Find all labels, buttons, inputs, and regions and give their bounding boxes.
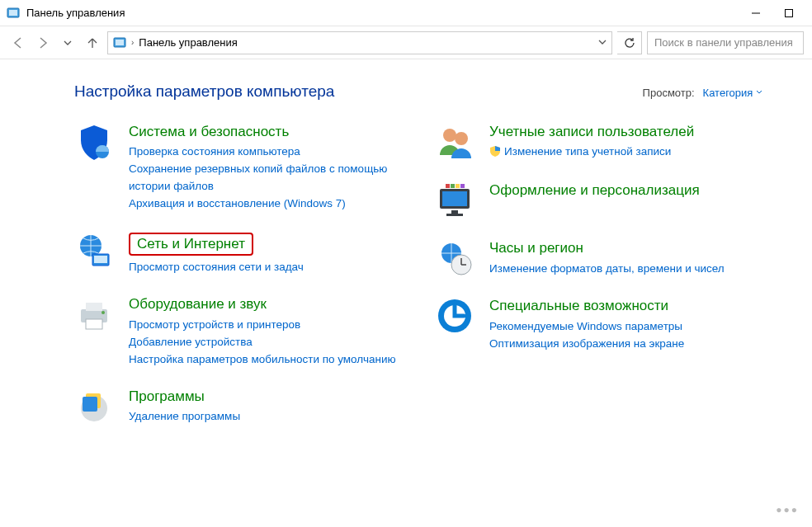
users-icon	[435, 122, 474, 162]
address-bar[interactable]: › Панель управления	[107, 31, 612, 54]
clock-globe-icon	[435, 238, 474, 278]
sublink[interactable]: Рекомендуемые Windows параметры	[489, 318, 684, 336]
printer-icon	[74, 294, 114, 334]
category-title[interactable]: Сеть и Интернет	[129, 233, 253, 256]
sublink[interactable]: Оптимизация изображения на экране	[489, 336, 684, 353]
globe-network-icon	[74, 231, 114, 271]
right-column: Учетные записи пользователей Изменение т…	[435, 122, 762, 445]
sublink[interactable]: Просмотр состояния сети и задач	[129, 259, 304, 276]
sublink[interactable]: Настройка параметров мобильности по умол…	[129, 351, 396, 369]
svg-rect-11	[86, 303, 102, 311]
category-title[interactable]: Специальные возможности	[489, 298, 684, 314]
category-title[interactable]: Оборудование и звук	[129, 296, 396, 313]
minimize-button[interactable]	[739, 2, 772, 25]
view-by-label: Просмотр:	[643, 87, 695, 99]
sublink[interactable]: Добавление устройства	[129, 334, 396, 351]
window-title: Панель управления	[26, 7, 125, 19]
category-clock-region: Часы и регион Изменение форматов даты, в…	[435, 238, 762, 278]
svg-point-13	[102, 311, 105, 314]
svg-rect-21	[442, 191, 467, 206]
shield-icon	[74, 122, 114, 162]
refresh-button[interactable]	[617, 31, 642, 54]
chevron-down-icon[interactable]	[598, 38, 607, 48]
svg-rect-24	[446, 184, 450, 188]
svg-rect-3	[786, 9, 793, 16]
sublink[interactable]: Изменение форматов даты, времени и чисел	[489, 261, 725, 278]
category-user-accounts: Учетные записи пользователей Изменение т…	[435, 122, 762, 162]
category-system-security: Система и безопасность Проверка состояни…	[74, 122, 402, 213]
category-hardware-sound: Оборудование и звук Просмотр устройств и…	[74, 294, 402, 368]
page-title: Настройка параметров компьютера	[74, 82, 334, 101]
view-by-dropdown[interactable]: Категория	[703, 87, 762, 99]
navbar: › Панель управления	[0, 26, 812, 59]
svg-rect-1	[9, 10, 17, 16]
svg-rect-12	[86, 319, 102, 329]
sublink[interactable]: Удаление программы	[129, 408, 240, 426]
breadcrumb-item[interactable]: Панель управления	[139, 36, 237, 49]
svg-rect-9	[94, 256, 107, 263]
category-title[interactable]: Система и безопасность	[129, 124, 402, 140]
category-ease-of-access: Специальные возможности Рекомендуемые Wi…	[435, 296, 762, 352]
category-network-internet: Сеть и Интернет Просмотр состояния сети …	[74, 231, 402, 276]
svg-rect-23	[446, 214, 463, 216]
category-programs: Программы Удаление программы	[74, 387, 402, 426]
recent-locations-button[interactable]	[58, 33, 78, 53]
svg-rect-27	[460, 184, 465, 188]
sublink[interactable]: Изменение типа учетной записи	[489, 144, 694, 162]
left-column: Система и безопасность Проверка состояни…	[74, 122, 402, 445]
sublink[interactable]: Проверка состояния компьютера	[129, 144, 402, 161]
control-panel-icon	[113, 36, 126, 49]
monitor-colors-icon	[435, 181, 474, 220]
sublink[interactable]: Архивация и восстановление (Windows 7)	[129, 195, 402, 213]
sublink[interactable]: Просмотр устройств и принтеров	[129, 317, 396, 334]
search-input[interactable]	[647, 31, 804, 54]
watermark-dots: ●●●	[776, 504, 799, 515]
svg-rect-26	[456, 184, 460, 188]
control-panel-icon	[7, 7, 20, 20]
category-appearance: Оформление и персонализация	[435, 181, 762, 220]
back-button[interactable]	[8, 33, 28, 53]
maximize-button[interactable]	[772, 2, 805, 25]
chevron-right-icon: ›	[131, 38, 134, 47]
forward-button[interactable]	[33, 33, 53, 53]
category-title[interactable]: Часы и регион	[489, 240, 725, 256]
svg-point-19	[455, 132, 468, 145]
uac-shield-icon	[489, 145, 501, 162]
up-button[interactable]	[83, 33, 102, 53]
svg-rect-5	[116, 40, 124, 45]
category-title[interactable]: Программы	[129, 388, 240, 405]
sublink[interactable]: Сохранение резервных копий файлов с помо…	[129, 161, 402, 195]
svg-rect-22	[451, 210, 458, 214]
svg-rect-25	[451, 184, 455, 188]
view-by: Просмотр: Категория	[643, 87, 762, 99]
ease-of-access-icon	[435, 296, 474, 336]
content-area: Настройка параметров компьютера Просмотр…	[0, 59, 812, 461]
svg-rect-17	[83, 397, 97, 412]
category-title[interactable]: Оформление и персонализация	[489, 182, 700, 199]
svg-point-18	[443, 129, 456, 142]
programs-disc-icon	[74, 387, 114, 426]
category-title[interactable]: Учетные записи пользователей	[489, 124, 694, 140]
titlebar: Панель управления	[0, 0, 812, 26]
